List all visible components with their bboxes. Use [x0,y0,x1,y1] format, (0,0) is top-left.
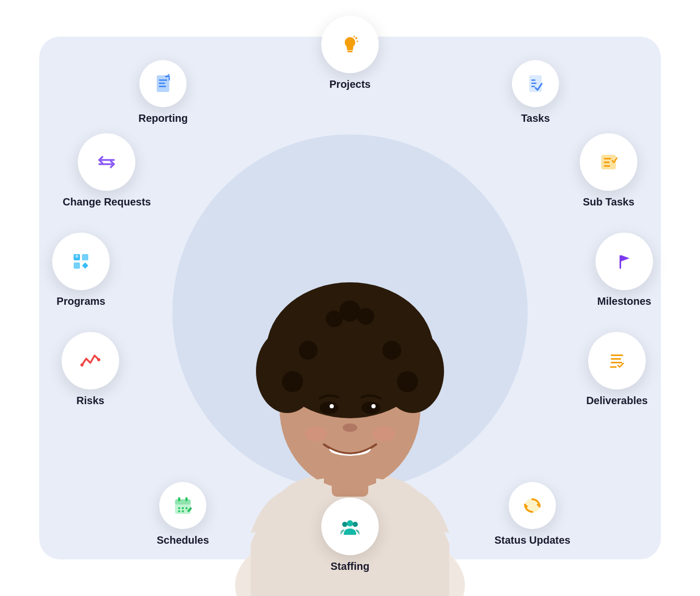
tasks-icon-circle [512,60,559,107]
risks-icon-circle [62,332,119,389]
svg-point-58 [182,507,184,509]
svg-point-16 [320,402,339,414]
subtasks-icon-circle [580,133,637,191]
svg-rect-45 [74,262,80,269]
svg-rect-49 [611,354,623,356]
reporting-icon-circle [139,60,186,107]
node-staffing[interactable]: Staffing [321,498,379,572]
change-requests-label: Change Requests [63,196,151,208]
svg-point-12 [382,341,401,360]
svg-rect-33 [159,86,166,87]
svg-rect-41 [604,162,610,163]
change-requests-icon-circle [78,133,135,191]
reporting-label: Reporting [138,112,188,124]
deliverables-icon-circle [588,332,646,389]
projects-label: Projects [330,78,371,90]
programs-label: Programs [56,295,105,307]
node-subtasks[interactable]: Sub Tasks [580,133,637,208]
svg-rect-31 [159,79,167,81]
svg-point-17 [361,402,380,414]
schedules-label: Schedules [157,534,209,546]
node-schedules[interactable]: Schedules [157,482,209,546]
status-updates-icon-circle [509,482,556,529]
svg-rect-54 [175,499,191,505]
svg-point-20 [343,423,357,432]
svg-point-10 [397,371,418,392]
svg-point-64 [353,522,358,527]
svg-rect-25 [347,51,353,52]
svg-point-11 [299,341,318,360]
svg-point-63 [342,522,347,527]
svg-rect-40 [604,158,611,159]
node-milestones[interactable]: Milestones [596,233,653,307]
svg-rect-56 [185,497,188,501]
svg-point-57 [178,507,180,509]
status-updates-label: Status Updates [494,534,570,546]
milestones-label: Milestones [597,295,651,307]
svg-point-62 [347,520,353,526]
svg-rect-36 [531,83,536,84]
svg-point-47 [80,363,84,366]
staffing-icon-circle [321,498,379,555]
svg-rect-51 [611,362,622,363]
svg-rect-44 [82,254,88,260]
node-risks[interactable]: Risks [62,332,119,407]
svg-point-48 [97,358,100,361]
milestones-icon-circle [596,233,653,290]
svg-point-9 [282,371,303,392]
node-change-requests[interactable]: Change Requests [63,133,151,208]
schedules-icon-circle [159,482,206,529]
svg-point-28 [354,36,355,38]
svg-rect-24 [347,49,353,50]
svg-rect-32 [159,83,165,84]
svg-rect-55 [178,497,180,501]
svg-rect-35 [531,79,535,81]
svg-point-61 [182,510,184,512]
svg-point-19 [371,404,376,408]
svg-point-18 [330,404,334,408]
node-status-updates[interactable]: Status Updates [494,482,570,546]
svg-point-15 [340,301,360,322]
risks-label: Risks [76,395,104,407]
svg-point-59 [185,507,188,509]
svg-point-21 [305,427,328,441]
node-tasks[interactable]: Tasks [512,60,559,124]
main-container: Projects Reporting [0,0,700,596]
tasks-label: Tasks [521,112,550,124]
svg-point-26 [355,37,357,39]
svg-point-27 [357,41,358,42]
node-programs[interactable]: Programs [52,233,110,307]
svg-point-22 [372,427,395,441]
node-reporting[interactable]: Reporting [138,60,188,124]
programs-icon-circle [52,233,110,290]
subtasks-label: Sub Tasks [583,196,635,208]
svg-rect-42 [604,165,610,167]
staffing-label: Staffing [331,560,369,572]
node-deliverables[interactable]: Deliverables [586,332,648,407]
svg-rect-46 [620,255,621,269]
projects-icon-circle [321,16,379,73]
svg-rect-37 [531,86,535,87]
svg-point-60 [178,510,180,512]
svg-rect-50 [611,358,621,360]
node-projects[interactable]: Projects [321,16,379,90]
deliverables-label: Deliverables [586,395,648,407]
